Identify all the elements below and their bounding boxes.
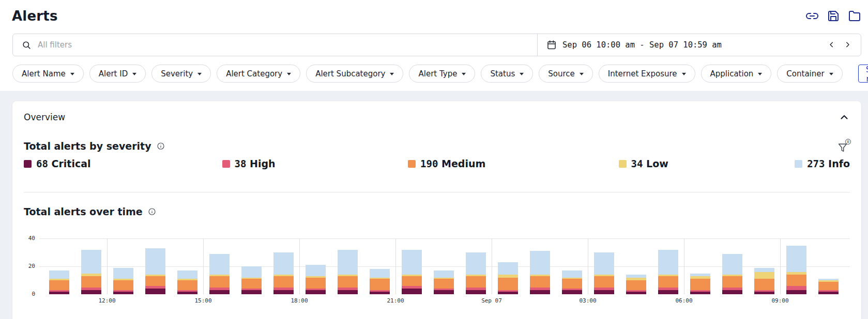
bar-segment-info: [754, 268, 774, 272]
stacked-bar-09:00[interactable]: [786, 246, 806, 295]
bar-segment-info: [786, 246, 806, 272]
legend-swatch: [619, 160, 627, 168]
stacked-bar-20:00[interactable]: [370, 269, 390, 294]
bar-segment-critical: [722, 290, 742, 294]
bar-segment-info: [466, 252, 486, 275]
filter-chip-severity[interactable]: Severity: [151, 65, 211, 83]
bar-segment-medium: [145, 276, 165, 286]
stacked-bar-08:00[interactable]: [754, 268, 774, 294]
chevron-up-icon: [839, 111, 850, 123]
legend-label: 190 Medium: [420, 158, 485, 169]
collapse-overview-button[interactable]: [839, 111, 850, 123]
filter-chip-application[interactable]: Application: [701, 65, 772, 83]
stacked-bar-12:00[interactable]: [113, 268, 133, 294]
date-range-picker[interactable]: Sep 06 10:00 am - Sep 07 10:59 am: [537, 34, 861, 56]
bar-segment-critical: [626, 292, 646, 294]
caret-down-icon: [462, 73, 466, 75]
stacked-bar-00:00[interactable]: [498, 262, 518, 294]
bar-segment-medium: [658, 276, 678, 288]
x-axis-tick: 09:00: [771, 297, 788, 304]
filter-chip-container[interactable]: Container: [777, 65, 842, 83]
stacked-bar-13:00[interactable]: [145, 248, 165, 294]
bar-segment-critical: [498, 292, 518, 294]
caret-down-icon: [390, 73, 394, 75]
legend-swatch: [24, 160, 32, 168]
filter-chip-alert-type[interactable]: Alert Type: [409, 65, 475, 83]
stacked-bar-19:00[interactable]: [338, 250, 358, 294]
severity-legend: 68 Critical38 High190 Medium34 Low273 In…: [24, 158, 850, 169]
filter-chip-alert-category[interactable]: Alert Category: [217, 65, 300, 83]
bar-segment-medium: [370, 279, 390, 290]
bar-segment-medium: [498, 278, 518, 290]
caret-down-icon: [758, 73, 762, 75]
bar-segment-medium: [690, 279, 710, 290]
filter-chip-alert-subcategory[interactable]: Alert Subcategory: [306, 65, 403, 83]
filter-chips-row: Alert NameAlert IDSeverityAlert Category…: [12, 65, 861, 83]
filter-chip-status[interactable]: Status: [481, 65, 533, 83]
date-next-button[interactable]: [843, 40, 852, 50]
date-prev-button[interactable]: [827, 40, 836, 50]
stacked-bar-22:00[interactable]: [434, 270, 454, 294]
x-gridline: [107, 238, 108, 294]
bar-segment-info: [722, 254, 742, 275]
stacked-bar-03:00[interactable]: [594, 252, 614, 294]
stacked-bar-23:00[interactable]: [466, 252, 486, 294]
stacked-bar-21:00[interactable]: [402, 250, 422, 294]
stacked-bar-07:00[interactable]: [722, 254, 742, 294]
x-axis-tick: 21:00: [387, 297, 404, 304]
info-icon[interactable]: [148, 208, 156, 216]
legend-label: 38 High: [235, 158, 276, 169]
legend-item-info[interactable]: 273 Info: [795, 158, 850, 169]
caret-down-icon: [287, 73, 291, 75]
stacked-bar-14:00[interactable]: [177, 270, 197, 294]
bar-segment-critical: [241, 290, 262, 294]
bar-segment-critical: [370, 292, 390, 294]
stacked-bar-18:00[interactable]: [306, 265, 326, 294]
stacked-bar-02:00[interactable]: [562, 270, 582, 294]
bar-segment-info: [241, 266, 262, 278]
caret-down-icon: [829, 73, 833, 75]
stacked-bar-10:00[interactable]: [49, 270, 69, 294]
stacked-bar-17:00[interactable]: [273, 252, 294, 294]
save-view-button[interactable]: [827, 10, 840, 22]
stacked-bar-11:00[interactable]: [81, 250, 101, 294]
stacked-bar-04:00[interactable]: [626, 275, 646, 294]
save-icon: [827, 10, 840, 22]
header-actions: [806, 10, 864, 22]
filter-chip-internet-exposure[interactable]: Internet Exposure: [599, 65, 695, 83]
filter-chip-source[interactable]: Source: [539, 65, 593, 83]
bar-segment-medium: [594, 276, 614, 288]
bar-segment-info: [402, 250, 422, 275]
legend-label: 273 Info: [807, 158, 850, 169]
bar-segment-medium: [49, 280, 69, 290]
legend-item-medium[interactable]: 190 Medium: [408, 158, 618, 169]
bar-segment-medium: [722, 276, 742, 288]
saved-views-button[interactable]: [848, 10, 861, 22]
info-icon[interactable]: [157, 142, 165, 150]
show-more-button[interactable]: Show more: [858, 65, 868, 83]
all-filters-input[interactable]: [38, 40, 537, 50]
legend-item-low[interactable]: 34 Low: [619, 158, 795, 169]
stacked-bar-06:00[interactable]: [690, 274, 710, 295]
x-gridline: [299, 238, 300, 294]
legend-item-critical[interactable]: 68 Critical: [24, 158, 222, 169]
stacked-bar-16:00[interactable]: [241, 266, 262, 294]
page-header: Alerts: [0, 0, 868, 91]
legend-swatch: [408, 160, 416, 168]
widget-filter-button[interactable]: 0: [837, 139, 850, 153]
bar-segment-info: [177, 270, 197, 279]
legend-item-high[interactable]: 38 High: [222, 158, 408, 169]
bar-segment-critical: [786, 290, 806, 294]
stacked-bar-01:00[interactable]: [530, 251, 550, 294]
bar-segment-info: [49, 270, 69, 279]
calendar-icon: [546, 40, 557, 50]
bar-segment-critical: [209, 290, 230, 294]
copy-link-button[interactable]: [806, 10, 818, 22]
stacked-bar-05:00[interactable]: [658, 250, 678, 294]
filter-chip-alert-name[interactable]: Alert Name: [12, 65, 84, 83]
bar-segment-info: [209, 254, 230, 275]
stacked-bar-10:00[interactable]: [818, 279, 839, 294]
section-divider: [24, 192, 850, 193]
filter-chip-alert-id[interactable]: Alert ID: [89, 65, 146, 83]
stacked-bar-15:00[interactable]: [209, 254, 230, 294]
